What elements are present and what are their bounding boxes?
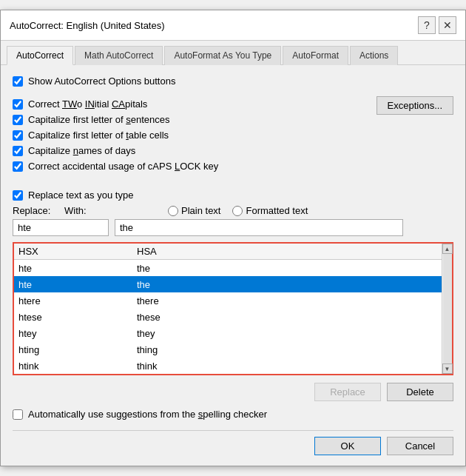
with-input[interactable] xyxy=(115,219,403,236)
dialog-content: Show AutoCorrect Options buttons Correct… xyxy=(1,65,465,466)
table-row[interactable]: hte the xyxy=(14,276,442,292)
table-row[interactable]: htey they xyxy=(14,325,442,341)
capitalize-days-checkbox[interactable] xyxy=(13,146,23,156)
scroll-track[interactable] xyxy=(443,254,452,363)
header-hsa: HSA xyxy=(137,246,157,257)
cb-caps-lock: Correct accidental usage of cAPS LOCK ke… xyxy=(13,161,376,172)
cb-correct-two: Correct TWo INitial CApitals xyxy=(13,98,376,110)
formatted-text-label: Formatted text xyxy=(246,205,308,216)
scroll-down-arrow[interactable]: ▼ xyxy=(442,363,453,374)
cb-replace-text: Replace text as you type xyxy=(13,190,453,201)
cb-capitalize-table: Capitalize first letter of table cells xyxy=(13,130,376,141)
checkboxes-section: Show AutoCorrect Options buttons Correct… xyxy=(13,76,376,176)
radio-plain-option: Plain text xyxy=(168,205,220,216)
title-bar: AutoCorrect: English (United States) ? ✕ xyxy=(1,10,465,41)
capitalize-table-checkbox[interactable] xyxy=(13,130,23,141)
table-cell-with: the xyxy=(137,279,150,290)
replace-button[interactable]: Replace xyxy=(314,383,381,401)
auto-suggest-label: Automatically use suggestions from the s… xyxy=(28,409,267,420)
table-row[interactable]: htere there xyxy=(14,292,442,309)
table-cell-with: they xyxy=(137,328,155,339)
plain-text-label: Plain text xyxy=(181,205,220,216)
table-row[interactable]: hting thing xyxy=(14,341,442,358)
replace-with-header: Replace: With: Plain text Formatted text xyxy=(13,205,453,216)
table-cell-replace: hting xyxy=(18,344,137,355)
footer-buttons: OK Cancel xyxy=(13,430,453,455)
help-button[interactable]: ? xyxy=(418,16,436,34)
caps-lock-checkbox[interactable] xyxy=(13,161,23,172)
action-buttons: Replace Delete xyxy=(13,383,453,401)
formatted-text-radio[interactable] xyxy=(232,206,243,216)
replace-inputs-row xyxy=(13,219,453,236)
autocorrect-dialog: AutoCorrect: English (United States) ? ✕… xyxy=(0,10,466,466)
dialog-title: AutoCorrect: English (United States) xyxy=(10,20,165,31)
scroll-up-arrow[interactable]: ▲ xyxy=(442,244,453,254)
delete-button[interactable]: Delete xyxy=(387,383,453,401)
header-hsx: HSX xyxy=(18,246,137,257)
capitalize-table-label: Capitalize first letter of table cells xyxy=(28,130,169,141)
replace-text-label: Replace text as you type xyxy=(28,190,133,201)
correct-two-checkbox[interactable] xyxy=(13,99,23,110)
exceptions-row: Show AutoCorrect Options buttons Correct… xyxy=(13,76,453,176)
cancel-button[interactable]: Cancel xyxy=(387,437,453,455)
correct-two-label: Correct TWo INitial CApitals xyxy=(28,98,147,110)
tab-autoformat[interactable]: AutoFormat xyxy=(283,46,348,65)
table-cell-with: there xyxy=(137,295,159,306)
replace-label: Replace: xyxy=(13,205,64,216)
tab-bar: AutoCorrect Math AutoCorrect AutoFormat … xyxy=(1,41,465,65)
table-cell-with: these xyxy=(137,312,161,323)
autocorrect-table: HSX HSA hte the hte the htere there htes… xyxy=(13,242,453,375)
table-cell-replace: hte xyxy=(18,263,137,274)
exceptions-button[interactable]: Exceptions... xyxy=(376,96,453,115)
table-scrollbar[interactable]: ▲ ▼ xyxy=(442,244,452,374)
radio-group: Plain text Formatted text xyxy=(168,205,308,216)
cb-show-options: Show AutoCorrect Options buttons xyxy=(13,76,376,87)
table-cell-with: think xyxy=(137,361,157,372)
tab-math-autocorrect[interactable]: Math AutoCorrect xyxy=(75,46,163,65)
show-options-label: Show AutoCorrect Options buttons xyxy=(28,76,175,87)
tab-autoformat-as-you-type[interactable]: AutoFormat As You Type xyxy=(164,46,281,65)
table-body: hte the hte the htere there htese these … xyxy=(14,260,452,374)
table-row[interactable]: hte the xyxy=(14,260,442,276)
tab-actions[interactable]: Actions xyxy=(350,46,398,65)
capitalize-sentences-label: Capitalize first letter of sentences xyxy=(28,114,169,125)
table-cell-replace: htere xyxy=(18,295,137,306)
with-label: With: xyxy=(64,205,153,216)
replace-input[interactable] xyxy=(13,219,109,236)
table-row[interactable]: htink think xyxy=(14,358,442,374)
caps-lock-label: Correct accidental usage of cAPS LOCK ke… xyxy=(28,161,218,172)
capitalize-sentences-checkbox[interactable] xyxy=(13,115,23,125)
exceptions-button-wrapper: Exceptions... xyxy=(376,76,453,115)
cb-capitalize-days: Capitalize names of days xyxy=(13,145,376,156)
show-options-checkbox[interactable] xyxy=(13,76,23,87)
ok-button[interactable]: OK xyxy=(314,437,381,455)
replace-text-checkbox[interactable] xyxy=(13,190,23,201)
table-cell-replace: htese xyxy=(18,312,137,323)
title-bar-buttons: ? ✕ xyxy=(418,16,456,34)
plain-text-radio[interactable] xyxy=(168,206,178,216)
cb-capitalize-sentences: Capitalize first letter of sentences xyxy=(13,114,376,125)
table-row[interactable]: htese these xyxy=(14,309,442,325)
cb-auto-suggest: Automatically use suggestions from the s… xyxy=(13,409,453,420)
table-cell-replace: hte xyxy=(18,279,137,290)
table-cell-with: thing xyxy=(137,344,158,355)
table-header: HSX HSA xyxy=(14,244,452,260)
table-cell-replace: htink xyxy=(18,361,137,372)
close-button[interactable]: ✕ xyxy=(439,16,456,34)
table-cell-replace: htey xyxy=(18,328,137,339)
table-cell-with: the xyxy=(137,263,150,274)
tab-autocorrect[interactable]: AutoCorrect xyxy=(7,46,73,65)
auto-suggest-checkbox[interactable] xyxy=(13,409,23,420)
radio-formatted-option: Formatted text xyxy=(232,205,308,216)
capitalize-days-label: Capitalize names of days xyxy=(28,145,135,156)
